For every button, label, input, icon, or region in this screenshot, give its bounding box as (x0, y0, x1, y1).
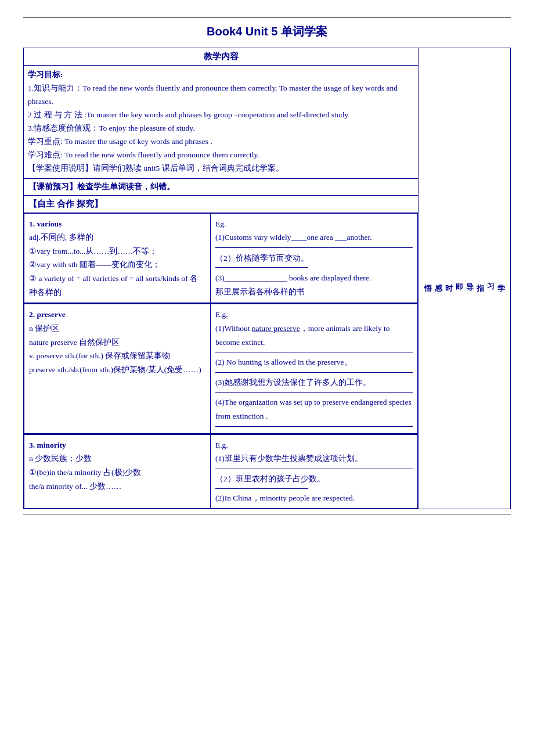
word-2-eg-4: (4)The organization was set up to preser… (215, 395, 413, 423)
word-3-eg-label: E.g. (215, 438, 413, 452)
word-2-eg-2: (2) No hunting is allowed in the preserv… (215, 355, 413, 369)
word-1-row: 1. various adj.不同的, 多样的 ①vary from...to.… (24, 213, 418, 304)
section-header: 教学内容 (24, 48, 418, 66)
preview-text: 【课前预习】检查学生单词读音，纠错。 (28, 182, 175, 191)
word-3-pos-1: n 少数民族；少数 (29, 452, 205, 466)
word-2-pos-3: v. preserve sth.(for sth.) 保存或保留某事物 (29, 349, 205, 363)
content-line2: 2 过 程 与 方 法 :To master the key words and… (28, 109, 414, 122)
word-1-eg-3: (3)________________ books are displayed … (215, 271, 413, 285)
main-table: 教学内容 学习指导即时感悟 学习目标: 1.知识与能力：To read the … (23, 48, 511, 509)
page-title: Book4 Unit 5 单词学案 (23, 24, 511, 39)
word-3-row: 3. minority n 少数民族；少数 ①(be)in the/a mino… (24, 434, 418, 509)
word-3-line-1 (215, 469, 413, 469)
cooperative-text: 【自主 合作 探究】 (28, 199, 103, 208)
content-line5: 学习难点: To read the new words fluently and… (28, 149, 414, 162)
word-2-def: 2. preserve n 保护区 nature preserve 自然保护区 … (24, 304, 211, 433)
top-rule (23, 17, 511, 18)
word-1-usage-1: ①vary from...to...从……到……不等； (29, 244, 205, 258)
word-1-usage-2: ②vary with sth 随着——变化而变化； (29, 258, 205, 272)
study-goal-label: 学习目标: (28, 69, 414, 82)
content-line6: 【学案使用说明】请同学们熟读 unit5 课后单词，结合词典完成此学案。 (28, 162, 414, 175)
word-2-header: 2. preserve (29, 308, 205, 322)
word-3-table: 3. minority n 少数民族；少数 ①(be)in the/a mino… (24, 434, 418, 509)
word-2-line-3 (215, 392, 413, 393)
word-1-eg-2: （2）价格随季节而变动。 (215, 251, 413, 265)
word-3-pos-3: the/a minority of... 少数…… (29, 480, 205, 494)
bottom-rule (23, 514, 511, 514)
word-3-line-2 (215, 488, 308, 489)
word-3-eg-1: (1)班里只有少数学生投票赞成这项计划。 (215, 452, 413, 466)
content-line4: 学习重点: To master the usage of key words a… (28, 135, 414, 149)
word-1-header: 1. various (29, 217, 205, 231)
word-3-eg-3: (2)In China，minority people are respecte… (215, 491, 413, 505)
word-2-table: 2. preserve n 保护区 nature preserve 自然保护区 … (24, 304, 418, 433)
word-2-pos-2: nature preserve 自然保护区 (29, 336, 205, 350)
word-2-eg-label: E.g. (215, 308, 413, 322)
word-3-header: 3. minority (29, 438, 205, 452)
content-line1: 1.知识与能力：To read the new words fluently a… (28, 82, 414, 109)
word-2-line-1 (215, 352, 413, 352)
word-2-examples: E.g. (1)Without nature preserve，more ani… (211, 304, 418, 433)
word-2-line-2 (215, 372, 413, 373)
learning-objectives: 学习目标: 1.知识与能力：To read the new words flue… (24, 66, 418, 179)
word-2-pos-4: preserve sth./sb.(from sth.)保护某物/某人(免受……… (29, 363, 205, 377)
content-line3: 3.情感态度价值观：To enjoy the pleasure of study… (28, 122, 414, 135)
word-1-eg-3-cn: 那里展示着各种各样的书 (215, 285, 413, 299)
word-1-usage-3: ③ a variety of = all varieties of = all … (29, 272, 205, 299)
word-1-eg-1: (1)Customs vary widely____one area ___an… (215, 231, 413, 244)
word-3-examples: E.g. (1)班里只有少数学生投票赞成这项计划。 （2）班里农村的孩子占少数。… (211, 434, 418, 509)
word-1-pos: adj.不同的, 多样的 (29, 231, 205, 244)
word-3-pos-2: ①(be)in the/a minority 占(极)少数 (29, 466, 205, 480)
word-2-eg-3: (3)她感谢我想方设法保住了许多人的工作。 (215, 376, 413, 390)
word-1-line-2 (215, 267, 308, 268)
word-1-examples: Eg. (1)Customs vary widely____one area _… (211, 213, 418, 303)
word-1-table: 1. various adj.不同的, 多样的 ①vary from...to.… (24, 213, 418, 304)
word-2-row: 2. preserve n 保护区 nature preserve 自然保护区 … (24, 304, 418, 434)
word-1-line-1 (215, 247, 413, 248)
word-1-def: 1. various adj.不同的, 多样的 ①vary from...to.… (24, 213, 211, 303)
cooperative-row: 【自主 合作 探究】 (24, 195, 418, 213)
word-3-def: 3. minority n 少数民族；少数 ①(be)in the/a mino… (24, 434, 211, 509)
word-2-eg-1: (1)Without nature preserve，more animals … (215, 322, 413, 349)
word-1-eg-label: Eg. (215, 217, 413, 231)
word-2-line-4 (215, 426, 413, 427)
word-2-pos-1: n 保护区 (29, 322, 205, 336)
word-3-eg-2: （2）班里农村的孩子占少数。 (215, 472, 413, 486)
side-column: 学习指导即时感悟 (418, 48, 511, 509)
preview-row: 【课前预习】检查学生单词读音，纠错。 (24, 178, 418, 195)
